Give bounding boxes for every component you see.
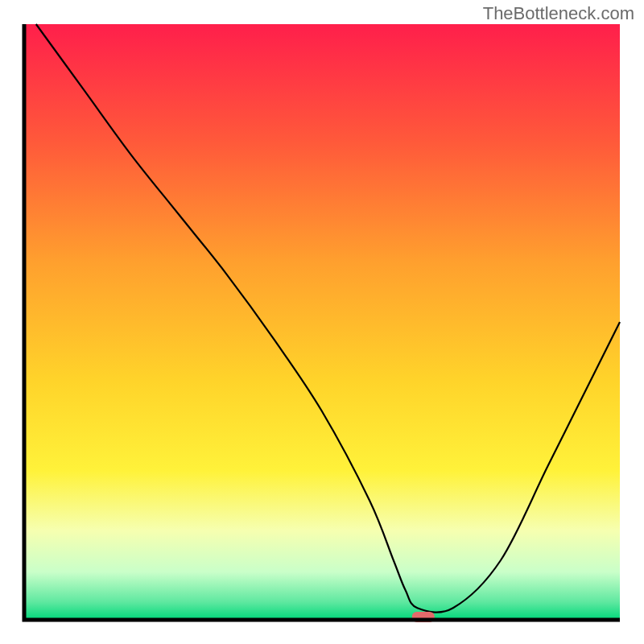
chart-container: { "watermark": "TheBottleneck.com", "cha… xyxy=(0,0,644,644)
bottleneck-chart xyxy=(0,0,644,644)
plot-background xyxy=(24,24,620,620)
watermark-text: TheBottleneck.com xyxy=(483,3,634,24)
